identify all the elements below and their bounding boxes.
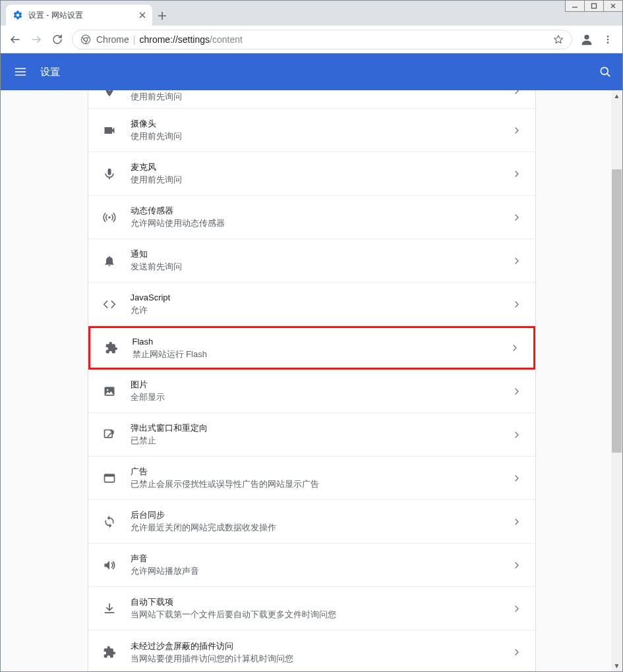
- menu-icon[interactable]: [11, 65, 30, 78]
- search-icon[interactable]: [599, 65, 612, 78]
- url-tail: /content: [210, 34, 243, 45]
- settings-row[interactable]: 摄像头使用前先询问: [88, 109, 535, 152]
- settings-row[interactable]: 动态传感器允许网站使用动态传感器: [88, 196, 535, 239]
- row-title: Flash: [133, 336, 207, 348]
- row-subtitle: 允许网站播放声音: [131, 565, 199, 577]
- tab-strip: 设置 - 网站设置: [1, 1, 622, 26]
- settings-row[interactable]: 位置信息使用前先询问: [88, 90, 535, 109]
- row-subtitle: 使用前先询问: [131, 130, 182, 142]
- tab-close-icon[interactable]: [139, 12, 146, 18]
- row-subtitle: 使用前先询问: [131, 91, 182, 103]
- content-viewport: 位置信息使用前先询问摄像头使用前先询问麦克风使用前先询问动态传感器允许网站使用动…: [1, 90, 622, 671]
- tab-title: 设置 - 网站设置: [28, 10, 83, 21]
- reload-button[interactable]: [47, 29, 68, 50]
- row-subtitle: 允许网站使用动态传感器: [131, 217, 225, 229]
- chevron-right-icon: [512, 125, 522, 136]
- chevron-right-icon: [512, 169, 522, 179]
- extension-icon: [104, 340, 119, 356]
- row-title: 摄像头: [131, 118, 182, 130]
- url-separator: |: [133, 34, 136, 45]
- browser-toolbar: Chrome | chrome://settings/content: [1, 26, 622, 53]
- row-subtitle: 允许最近关闭的网站完成数据收发操作: [131, 522, 276, 534]
- scroll-down-arrow-icon[interactable]: ▼: [611, 660, 622, 671]
- row-title: 图片: [131, 379, 165, 391]
- chevron-right-icon: [512, 256, 522, 266]
- row-title: 自动下载项: [131, 596, 336, 608]
- browser-menu-button[interactable]: [597, 29, 618, 50]
- settings-row[interactable]: 后台同步允许最近关闭的网站完成数据收发操作: [88, 500, 535, 544]
- row-title: 麦克风: [131, 161, 182, 173]
- extension-icon: [102, 644, 117, 660]
- address-bar[interactable]: Chrome | chrome://settings/content: [72, 30, 572, 49]
- settings-row[interactable]: 广告已禁止会展示侵扰性或误导性广告的网站显示广告: [88, 457, 535, 500]
- scrollbar-track[interactable]: ▲ ▼: [611, 90, 622, 671]
- settings-card: 位置信息使用前先询问摄像头使用前先询问麦克风使用前先询问动态传感器允许网站使用动…: [88, 90, 536, 671]
- chevron-right-icon: [512, 560, 522, 571]
- settings-row[interactable]: 未经过沙盒屏蔽的插件访问当网站要使用插件访问您的计算机时询问您: [88, 630, 535, 671]
- row-subtitle: 全部显示: [131, 391, 165, 403]
- scrollbar-thumb[interactable]: [612, 169, 622, 453]
- row-subtitle: 使用前先询问: [131, 174, 182, 186]
- mic-icon: [102, 166, 117, 182]
- row-title: 动态传感器: [131, 205, 225, 217]
- chevron-right-icon: [510, 343, 520, 353]
- window-close-button[interactable]: [603, 0, 623, 12]
- url-origin-label: Chrome: [96, 34, 129, 45]
- camera-icon: [102, 123, 117, 138]
- row-title: JavaScript: [131, 292, 171, 304]
- window-maximize-button[interactable]: [584, 0, 604, 12]
- row-title: 后台同步: [131, 509, 276, 521]
- back-button[interactable]: [5, 29, 26, 50]
- chevron-right-icon: [512, 90, 522, 96]
- row-subtitle: 已禁止: [131, 435, 208, 447]
- settings-row[interactable]: 声音允许网站播放声音: [88, 544, 535, 587]
- row-title: 声音: [131, 553, 199, 565]
- chevron-right-icon: [512, 386, 522, 397]
- chevron-right-icon: [512, 299, 522, 310]
- row-subtitle: 当网站要使用插件访问您的计算机时询问您: [131, 653, 293, 665]
- sensors-icon: [102, 210, 117, 225]
- settings-row[interactable]: Flash禁止网站运行 Flash: [88, 326, 535, 370]
- settings-row[interactable]: JavaScript允许: [88, 283, 535, 326]
- row-subtitle: 允许: [131, 304, 171, 316]
- new-tab-button[interactable]: [152, 6, 172, 26]
- row-title: 广告: [131, 466, 319, 478]
- settings-header: 设置: [1, 53, 622, 90]
- gear-icon: [13, 10, 23, 20]
- window-minimize-button[interactable]: [565, 0, 585, 12]
- chevron-right-icon: [512, 603, 522, 614]
- settings-row[interactable]: 麦克风使用前先询问: [88, 152, 535, 196]
- sound-icon: [102, 557, 117, 573]
- settings-row[interactable]: 自动下载项当网站下载第一个文件后要自动下载更多文件时询问您: [88, 587, 535, 630]
- settings-row[interactable]: 通知发送前先询问: [88, 239, 535, 283]
- svg-point-6: [607, 42, 609, 43]
- row-title: 弹出式窗口和重定向: [131, 422, 208, 434]
- row-subtitle: 禁止网站运行 Flash: [133, 349, 207, 360]
- download-icon: [102, 601, 117, 617]
- code-icon: [102, 296, 117, 312]
- sync-icon: [102, 514, 117, 530]
- settings-row[interactable]: 弹出式窗口和重定向已禁止: [88, 413, 535, 457]
- chrome-icon: [80, 34, 91, 45]
- page-title: 设置: [40, 66, 60, 78]
- bell-icon: [102, 253, 117, 269]
- popup-icon: [102, 427, 117, 443]
- chevron-right-icon: [512, 647, 522, 658]
- svg-point-4: [607, 36, 609, 38]
- profile-avatar-icon[interactable]: [576, 29, 597, 50]
- url-main: chrome://settings: [139, 34, 210, 45]
- chevron-right-icon: [512, 430, 522, 440]
- row-subtitle: 已禁止会展示侵扰性或误导性广告的网站显示广告: [131, 478, 319, 490]
- forward-button[interactable]: [26, 29, 47, 50]
- bookmark-star-icon[interactable]: [553, 34, 564, 45]
- svg-point-5: [607, 38, 609, 40]
- row-title: 通知: [131, 248, 182, 260]
- settings-row[interactable]: 图片全部显示: [88, 370, 535, 413]
- window-caption-buttons: [565, 0, 623, 12]
- scroll-up-arrow-icon[interactable]: ▲: [611, 90, 622, 101]
- row-title: 未经过沙盒屏蔽的插件访问: [131, 640, 293, 652]
- svg-rect-0: [592, 4, 597, 9]
- row-subtitle: 发送前先询问: [131, 261, 182, 273]
- browser-tab[interactable]: 设置 - 网站设置: [6, 5, 152, 26]
- chevron-right-icon: [512, 473, 522, 484]
